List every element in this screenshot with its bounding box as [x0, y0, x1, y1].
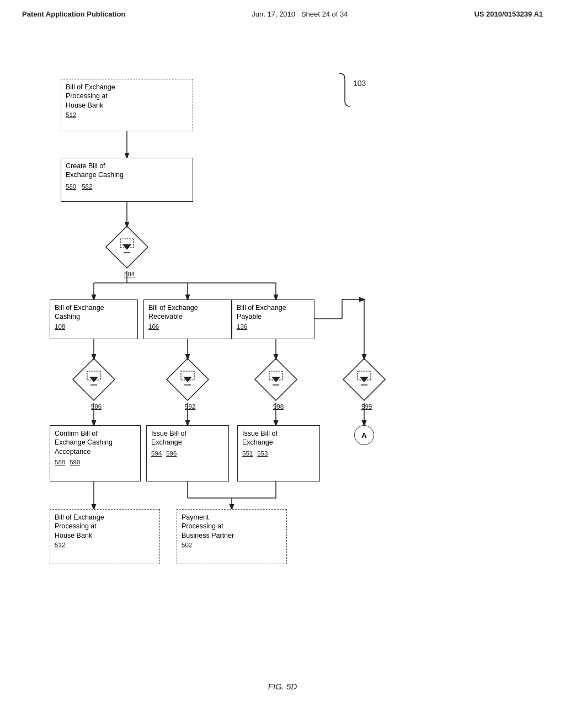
box-588: Confirm Bill of Exchange Cashing Accepta…: [50, 425, 141, 481]
header-center: Jun. 17, 2010 Sheet 24 of 34: [252, 10, 348, 18]
svg-marker-37: [271, 377, 280, 382]
diamond-598-label: 598: [273, 403, 284, 410]
svg-marker-41: [360, 377, 369, 382]
box-594: Issue Bill of Exchange 594 596: [146, 425, 229, 481]
svg-marker-29: [89, 377, 98, 382]
figure-caption: FIG. 5D: [0, 682, 565, 691]
box-512-bottom: Bill of Exchange Processing at House Ban…: [50, 509, 160, 564]
header-right: US 2010/0153239 A1: [474, 10, 543, 18]
box-551: Issue Bill of Exchange 551 553: [237, 425, 320, 481]
connector-103-label: 103: [353, 79, 366, 88]
diamond-598: [254, 357, 298, 402]
header-left: Patent Application Publication: [22, 10, 125, 18]
diamond-584: [105, 225, 149, 269]
svg-marker-33: [183, 377, 192, 382]
diamond-592: [166, 357, 210, 402]
diamond-584-label: 584: [124, 271, 135, 277]
box-106: Bill of Exchange Receivable 106: [143, 299, 232, 339]
diamond-586-label: 586: [91, 403, 102, 410]
circle-a: A: [354, 425, 374, 445]
box-580: Create Bill of Exchange Cashing 580 582: [61, 158, 193, 202]
box-108: Bill of Exchange Cashing 108: [50, 299, 138, 339]
diamond-599: [342, 357, 386, 402]
diamond-599-label: 599: [361, 403, 372, 410]
box-512-top: Bill of Exchange Processing at House Ban…: [61, 79, 193, 131]
diamond-592-label: 592: [185, 403, 195, 410]
diamond-586: [72, 357, 116, 402]
diagram-area: 103 Bill of Exchange Processing at House…: [0, 29, 565, 702]
svg-marker-25: [122, 244, 131, 250]
box-502: Payment Processing at Business Partner 5…: [177, 509, 287, 564]
page-header: Patent Application Publication Jun. 17, …: [0, 0, 565, 24]
box-136: Bill of Exchange Payable 136: [232, 299, 315, 339]
